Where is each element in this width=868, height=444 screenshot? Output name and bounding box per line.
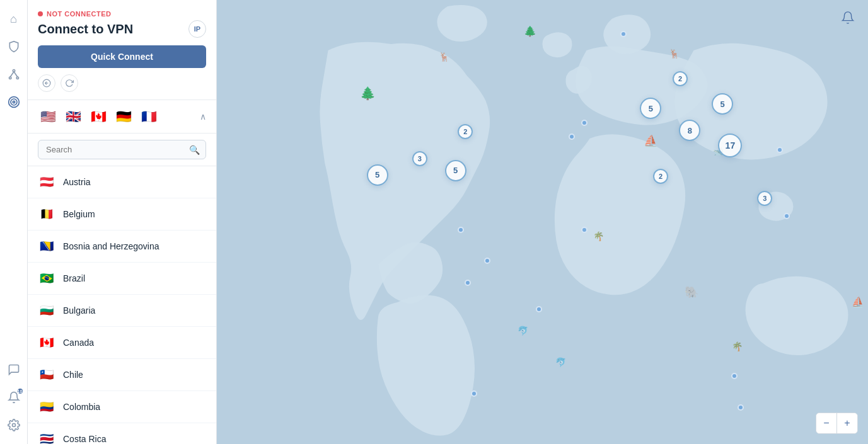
flag-belgium: 🇧🇪 bbox=[38, 205, 55, 223]
connect-title-row: Connect to VPN IP bbox=[38, 20, 206, 38]
svg-line-3 bbox=[10, 72, 14, 77]
sidebar-settings-icon[interactable] bbox=[3, 414, 25, 436]
recent-flags-row: 🇺🇸 🇬🇧 🇨🇦 🇩🇪 🇫🇷 ∧ bbox=[28, 100, 216, 134]
flag-gb[interactable]: 🇬🇧 bbox=[63, 106, 83, 127]
country-item-austria[interactable]: 🇦🇹 Austria bbox=[28, 166, 216, 198]
flag-chile: 🇨🇱 bbox=[38, 366, 55, 384]
country-name: Brazil bbox=[63, 273, 85, 283]
country-item-bosnia[interactable]: 🇧🇦 Bosnia and Herzegovina bbox=[28, 231, 216, 263]
search-icon: 🔍 bbox=[189, 145, 200, 155]
flag-bulgaria: 🇧🇬 bbox=[38, 302, 55, 319]
flag-de[interactable]: 🇩🇪 bbox=[113, 106, 134, 127]
svg-text:🌴: 🌴 bbox=[732, 341, 743, 352]
svg-text:🦌: 🦌 bbox=[669, 48, 680, 59]
connection-status-badge: NOT CONNECTED bbox=[38, 10, 206, 18]
svg-point-7 bbox=[13, 101, 14, 103]
country-list: 🇦🇹 Austria 🇧🇪 Belgium 🇧🇦 Bosnia and Herz… bbox=[28, 166, 216, 444]
quick-connect-button[interactable]: Quick Connect bbox=[38, 45, 206, 68]
connection-status-text: NOT CONNECTED bbox=[47, 10, 111, 18]
back-button[interactable] bbox=[38, 74, 55, 92]
svg-text:🌴: 🌴 bbox=[593, 231, 605, 242]
map-dot-4 bbox=[484, 258, 490, 264]
map-node-5-left[interactable]: 5 bbox=[367, 164, 388, 186]
flag-brazil: 🇧🇷 bbox=[38, 270, 55, 287]
flag-costarica: 🇨🇷 bbox=[38, 430, 55, 444]
svg-point-2 bbox=[16, 77, 18, 79]
search-input[interactable] bbox=[38, 140, 206, 159]
map-node-2-mid[interactable]: 2 bbox=[653, 169, 668, 184]
country-item-costarica[interactable]: 🇨🇷 Costa Rica bbox=[28, 423, 216, 444]
zoom-in-button[interactable]: + bbox=[837, 413, 857, 433]
map-node-17[interactable]: 17 bbox=[718, 134, 742, 157]
sidebar-nodes-icon[interactable] bbox=[3, 63, 25, 86]
sidebar-home-icon[interactable]: ⌂ bbox=[3, 8, 25, 30]
flag-bosnia: 🇧🇦 bbox=[38, 237, 55, 255]
notification-bell-icon[interactable] bbox=[838, 8, 858, 28]
map-dot-3 bbox=[458, 227, 464, 233]
svg-point-8 bbox=[12, 424, 15, 427]
country-name: Costa Rica bbox=[63, 434, 106, 444]
map-zoom-controls: − + bbox=[816, 413, 858, 434]
flag-ca[interactable]: 🇨🇦 bbox=[88, 106, 108, 127]
svg-text:🌲: 🌲 bbox=[360, 86, 376, 101]
map-area[interactable]: 🌲 🌲 🦌 🦌 ⛵ ⛵ 🐋 🐘 🌴 🌴 🐬 🐬 5 3 2 5 5 2 5 8 … bbox=[217, 0, 868, 444]
refresh-button[interactable] bbox=[61, 74, 78, 92]
zoom-out-button[interactable]: − bbox=[816, 413, 836, 433]
sidebar-notifications-icon[interactable]: 10 bbox=[3, 386, 25, 409]
map-node-5-center[interactable]: 5 bbox=[445, 160, 466, 181]
svg-text:🐬: 🐬 bbox=[555, 357, 567, 368]
flag-colombia: 🇨🇴 bbox=[38, 398, 55, 416]
sidebar-target-icon[interactable] bbox=[3, 91, 25, 113]
header-actions bbox=[38, 74, 206, 92]
map-node-3-center[interactable]: 3 bbox=[412, 151, 427, 166]
country-name: Bulgaria bbox=[63, 305, 95, 316]
vpn-header: NOT CONNECTED Connect to VPN IP Quick Co… bbox=[28, 0, 216, 100]
country-item-brazil[interactable]: 🇧🇷 Brazil bbox=[28, 263, 216, 295]
vpn-panel: NOT CONNECTED Connect to VPN IP Quick Co… bbox=[28, 0, 217, 444]
country-item-canada[interactable]: 🇨🇦 Canada bbox=[28, 327, 216, 359]
country-name: Belgium bbox=[63, 209, 95, 219]
sidebar-shield-icon[interactable] bbox=[3, 35, 25, 58]
flag-canada: 🇨🇦 bbox=[38, 334, 55, 351]
search-container: 🔍 bbox=[28, 134, 216, 166]
status-dot bbox=[38, 11, 43, 16]
map-dot-8 bbox=[777, 147, 783, 153]
country-name: Colombia bbox=[63, 402, 100, 412]
collapse-flags-button[interactable]: ∧ bbox=[200, 111, 206, 122]
flag-austria: 🇦🇹 bbox=[38, 173, 55, 191]
map-dot-10 bbox=[738, 404, 744, 411]
country-name: Austria bbox=[63, 177, 91, 187]
svg-text:⛵: ⛵ bbox=[852, 296, 864, 308]
svg-point-6 bbox=[11, 99, 17, 105]
svg-text:⛵: ⛵ bbox=[644, 134, 658, 148]
map-dot-5 bbox=[465, 280, 471, 286]
map-node-2-north[interactable]: 2 bbox=[673, 71, 688, 86]
country-item-colombia[interactable]: 🇨🇴 Colombia bbox=[28, 391, 216, 423]
sidebar-chat-icon[interactable] bbox=[3, 358, 25, 381]
map-dot-2 bbox=[569, 134, 575, 140]
app-sidebar: ⌂ 10 bbox=[0, 0, 28, 444]
svg-point-1 bbox=[9, 77, 11, 79]
country-item-bulgaria[interactable]: 🇧🇬 Bulgaria bbox=[28, 295, 216, 327]
country-name: Chile bbox=[63, 370, 83, 380]
svg-line-4 bbox=[14, 72, 18, 77]
svg-text:🌲: 🌲 bbox=[524, 25, 536, 37]
ip-button[interactable]: IP bbox=[188, 20, 206, 38]
svg-point-0 bbox=[13, 70, 14, 72]
connect-title: Connect to VPN bbox=[38, 22, 133, 37]
world-map-svg: 🌲 🌲 🦌 🦌 ⛵ ⛵ 🐋 🐘 🌴 🌴 🐬 🐬 bbox=[217, 0, 868, 444]
country-item-belgium[interactable]: 🇧🇪 Belgium bbox=[28, 198, 216, 231]
country-name: Canada bbox=[63, 338, 94, 348]
flag-us[interactable]: 🇺🇸 bbox=[38, 106, 58, 127]
country-name: Bosnia and Herzegovina bbox=[63, 241, 159, 251]
svg-text:🦌: 🦌 bbox=[439, 52, 450, 62]
country-item-chile[interactable]: 🇨🇱 Chile bbox=[28, 359, 216, 391]
flag-fr[interactable]: 🇫🇷 bbox=[139, 106, 159, 127]
svg-text:🐘: 🐘 bbox=[685, 285, 699, 299]
map-node-5-east[interactable]: 5 bbox=[712, 93, 733, 115]
svg-text:🐬: 🐬 bbox=[518, 326, 529, 336]
